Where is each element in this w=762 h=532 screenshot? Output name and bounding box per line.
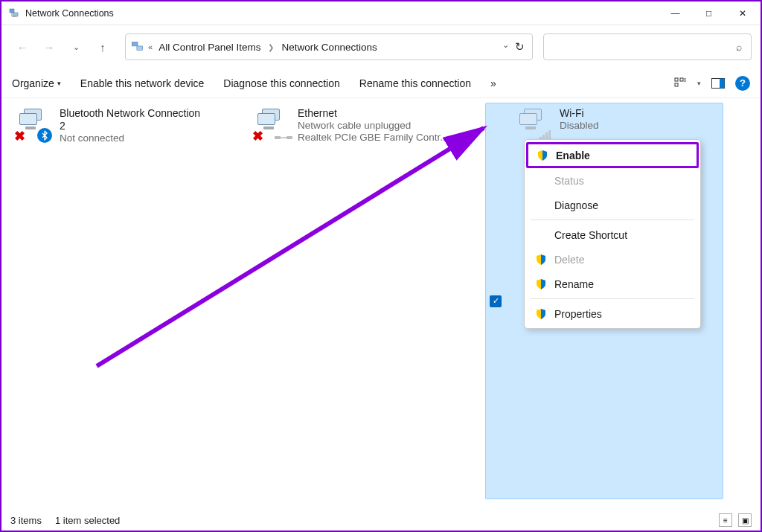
close-button[interactable]: ✕ xyxy=(726,2,759,25)
recent-locations-button[interactable]: ⌄ xyxy=(64,35,88,59)
connection-name: Wi-Fi xyxy=(560,107,599,119)
ctx-enable[interactable]: Enable xyxy=(526,142,699,168)
connection-icon: ✖ xyxy=(13,106,52,144)
command-bar: Organize ▾ Enable this network device Di… xyxy=(1,68,761,98)
ctx-label: Delete xyxy=(554,254,584,266)
connection-status: Network cable unplugged xyxy=(298,120,449,131)
svg-rect-14 xyxy=(286,136,292,139)
minimize-button[interactable]: — xyxy=(659,2,692,25)
refresh-icon[interactable]: ↻ xyxy=(515,40,525,54)
details-view-icon[interactable]: ≡ xyxy=(719,513,732,527)
ctx-status: Status xyxy=(525,168,700,193)
search-input[interactable]: ⌕ xyxy=(543,33,752,60)
shield-icon xyxy=(535,308,547,320)
forward-button[interactable]: → xyxy=(37,35,61,59)
ctx-label: Enable xyxy=(556,150,590,161)
search-icon: ⌕ xyxy=(736,41,742,53)
organize-button[interactable]: Organize ▾ xyxy=(12,77,61,89)
svg-rect-8 xyxy=(675,83,678,86)
error-x-icon: ✖ xyxy=(252,131,264,143)
address-bar[interactable]: « All Control Panel Items ❯ Network Conn… xyxy=(125,33,533,60)
svg-rect-1 xyxy=(13,13,18,16)
window-title: Network Connections xyxy=(25,8,114,19)
ctx-properties[interactable]: Properties xyxy=(525,301,700,326)
breadcrumb-prefix: « xyxy=(148,42,153,51)
toolbar-overflow[interactable]: » xyxy=(490,77,496,89)
diagnose-connection-button[interactable]: Diagnose this connection xyxy=(223,77,339,89)
connection-name-2: 2 xyxy=(60,120,200,132)
status-selected-count: 1 item selected xyxy=(55,515,120,526)
titlebar: Network Connections — □ ✕ xyxy=(1,1,761,25)
organize-label: Organize xyxy=(12,77,54,89)
ctx-separator xyxy=(531,219,694,220)
svg-rect-7 xyxy=(680,78,683,81)
maximize-button[interactable]: □ xyxy=(692,2,726,25)
svg-rect-4 xyxy=(132,42,138,46)
connection-name: Ethernet xyxy=(298,107,449,119)
connection-status: Disabled xyxy=(560,120,599,131)
up-button[interactable]: ↑ xyxy=(91,35,115,59)
ethernet-cable-icon xyxy=(274,134,293,141)
shield-icon xyxy=(535,278,547,290)
navbar: ← → ⌄ ↑ « All Control Panel Items ❯ Netw… xyxy=(1,25,761,68)
ctx-separator xyxy=(531,298,694,299)
ctx-create-shortcut[interactable]: Create Shortcut xyxy=(525,222,700,247)
svg-rect-12 xyxy=(720,78,725,88)
ctx-label: Rename xyxy=(554,278,594,290)
shield-icon xyxy=(535,254,547,266)
ctx-delete: Delete xyxy=(525,247,700,272)
enable-device-button[interactable]: Enable this network device xyxy=(80,77,205,89)
selection-checkbox[interactable]: ✓ xyxy=(490,295,502,307)
ctx-label: Create Shortcut xyxy=(554,229,627,241)
breadcrumb-item-1[interactable]: Network Connections xyxy=(278,42,380,53)
network-connections-icon xyxy=(130,39,145,54)
svg-rect-0 xyxy=(10,9,14,13)
shield-icon xyxy=(537,150,548,161)
status-bar: 3 items 1 item selected ≡ ▣ xyxy=(1,510,761,531)
ctx-label: Status xyxy=(554,175,584,187)
svg-rect-5 xyxy=(137,46,143,51)
chevron-down-icon: ▾ xyxy=(57,80,61,87)
preview-pane-icon[interactable] xyxy=(711,77,725,90)
ctx-rename[interactable]: Rename xyxy=(525,272,700,296)
context-menu: Enable Status Diagnose Create Shortcut D… xyxy=(524,139,701,329)
large-icons-view-icon[interactable]: ▣ xyxy=(738,513,752,527)
ctx-label: Diagnose xyxy=(554,199,598,211)
connection-ethernet[interactable]: ✖ Ethernet Network cable unplugged Realt… xyxy=(247,103,485,499)
error-x-icon: ✖ xyxy=(14,131,26,143)
svg-rect-6 xyxy=(675,78,678,81)
connection-bluetooth[interactable]: ✖ Bluetooth Network Connection 2 Not con… xyxy=(9,103,247,499)
view-dropdown-icon[interactable]: ▾ xyxy=(697,80,701,87)
help-icon[interactable]: ? xyxy=(735,76,750,91)
view-options-icon[interactable] xyxy=(673,77,687,90)
bluetooth-icon xyxy=(37,128,52,143)
connection-icon: ✖ xyxy=(252,106,290,144)
chevron-right-icon: ❯ xyxy=(266,43,275,51)
connection-device: Realtek PCIe GBE Family Contr... xyxy=(298,132,449,143)
connection-status: Not connected xyxy=(60,132,200,144)
ctx-label: Properties xyxy=(554,308,602,320)
connection-name: Bluetooth Network Connection xyxy=(60,107,200,119)
breadcrumb-item-0[interactable]: All Control Panel Items xyxy=(156,42,263,53)
back-button[interactable]: ← xyxy=(10,35,34,59)
svg-rect-13 xyxy=(275,136,281,139)
status-item-count: 3 items xyxy=(10,515,42,526)
ctx-diagnose[interactable]: Diagnose xyxy=(525,193,700,217)
address-dropdown-icon[interactable]: ⌄ xyxy=(502,40,509,54)
app-icon xyxy=(7,7,21,20)
items-pane: ✖ Bluetooth Network Connection 2 Not con… xyxy=(1,98,761,504)
rename-connection-button[interactable]: Rename this connection xyxy=(359,77,471,89)
